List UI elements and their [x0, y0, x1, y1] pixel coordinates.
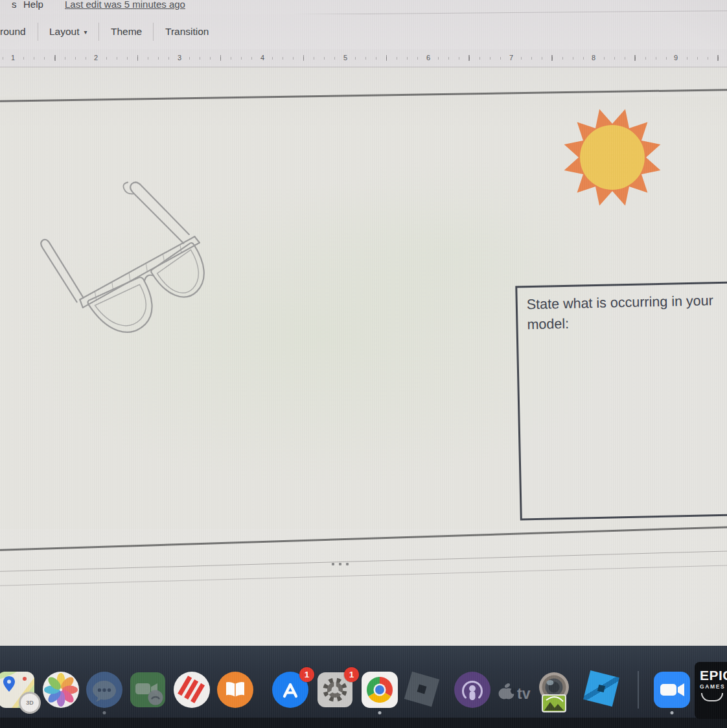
toolbar-separator: [98, 23, 99, 41]
toolbar: round Layout ▾ Theme Transition: [0, 14, 727, 49]
ruler-tick-label: 5: [341, 53, 349, 62]
menu-bar: s Help Last edit was 5 minutes ago: [0, 0, 727, 14]
epic-shield-arc: [701, 693, 723, 701]
ruler-tick-label: 6: [424, 53, 432, 62]
ruler-tick-label: 4: [259, 53, 266, 62]
layout-button[interactable]: Layout ▾: [49, 14, 87, 49]
dock-item-photo-booth[interactable]: [536, 671, 573, 712]
horizontal-ruler: 1 2 3 4 5 6 7 8 9: [0, 49, 727, 67]
running-indicator: [378, 711, 382, 714]
epic-sublabel: GAMES: [700, 683, 725, 690]
chevron-down-icon: ▾: [84, 28, 87, 36]
dock-item-books[interactable]: [216, 671, 254, 709]
tv-label: tv: [517, 685, 531, 702]
background-button-clipped[interactable]: round: [0, 14, 26, 49]
slide-textbox[interactable]: State what is occurring in your model:: [515, 282, 727, 521]
image-thumbnail-icon: [542, 695, 566, 712]
dock-item-system-preferences[interactable]: 1: [316, 671, 354, 709]
eyeglasses-clipart[interactable]: [40, 176, 222, 364]
menu-item-help[interactable]: Help: [23, 0, 43, 12]
ruler-tick-label: 7: [507, 53, 515, 62]
ruler-tick-label: 9: [672, 53, 680, 62]
ruler-tick-label: 2: [92, 53, 100, 62]
maps-3d-compass: 3D: [19, 692, 41, 714]
dock-item-zoom[interactable]: [653, 671, 691, 709]
dock-item-podcasts[interactable]: [454, 671, 491, 709]
notification-badge: 1: [344, 667, 359, 682]
dock-item-apple-news[interactable]: [173, 671, 211, 709]
dock-divider: [638, 671, 639, 709]
toolbar-separator: [38, 23, 38, 41]
theme-button[interactable]: Theme: [111, 14, 142, 49]
dock-item-google-chrome[interactable]: [361, 671, 398, 709]
toolbar-separator: [153, 23, 154, 41]
notes-resize-handle[interactable]: [332, 563, 349, 565]
running-indicator: [671, 711, 674, 714]
notification-badge: 1: [299, 667, 314, 682]
dock-item-epic-games[interactable]: EPIC GAMES: [695, 662, 727, 719]
dock-item-apple-maps[interactable]: 3D: [0, 671, 35, 709]
dock-item-app-store[interactable]: 1: [271, 671, 309, 709]
last-edit-link[interactable]: Last edit was 5 minutes ago: [65, 0, 185, 12]
ruler-mid-ticks: [0, 49, 727, 67]
sun-clipart[interactable]: [560, 106, 664, 209]
screen-photo: s Help Last edit was 5 minutes ago round…: [0, 0, 727, 728]
dock-item-photos[interactable]: [42, 671, 80, 709]
epic-label: EPIC: [700, 668, 727, 683]
ruler-tick-label: 3: [176, 53, 183, 62]
ruler-tick-label: 1: [9, 53, 17, 62]
menu-item-clipped[interactable]: s: [12, 0, 17, 12]
dock-item-messages[interactable]: [86, 671, 123, 709]
ruler-tick-label: 8: [590, 53, 597, 62]
dock-item-facetime[interactable]: [129, 671, 167, 709]
apple-logo-icon: [499, 683, 517, 700]
dock-item-apple-tv[interactable]: tv: [496, 671, 537, 709]
running-indicator: [103, 711, 106, 714]
transition-button[interactable]: Transition: [165, 14, 209, 49]
